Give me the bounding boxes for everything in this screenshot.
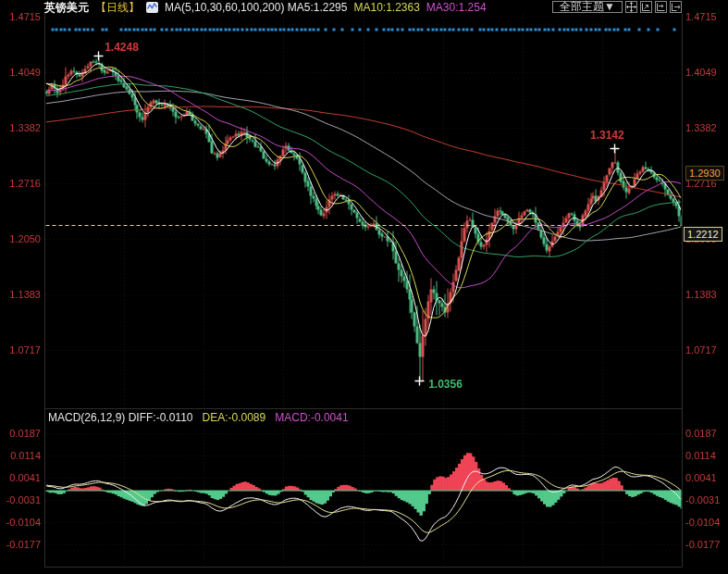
main-chart-canvas[interactable] — [0, 0, 728, 574]
macd-title-diff-label: MACD(26,12,9) DIFF:-0.0110 — [48, 411, 193, 424]
axis-label-left: 1.3382 — [0, 122, 41, 133]
axis-label-left: 1.4715 — [0, 11, 41, 22]
axis-label-right: 1.1383 — [685, 289, 717, 300]
macd-dea-label: DEA:-0.0089 — [203, 411, 266, 424]
axis-label-left: -0.0031 — [0, 494, 41, 505]
crosshair-move-icon[interactable] — [625, 1, 637, 13]
macd-header: MACD(26,12,9) DIFF:-0.0110 DEA:-0.0089 M… — [48, 411, 349, 424]
swing-high-annotation: 1.3142 — [590, 129, 624, 142]
axis-label-right: -0.0177 — [685, 539, 720, 550]
axis-label-left: 1.2716 — [0, 178, 41, 189]
axis-label-right: 0.0114 — [685, 450, 716, 461]
pop-out-icon[interactable] — [670, 1, 682, 13]
timeframe-label[interactable]: 【日线】 — [95, 1, 140, 14]
trading-app-window: 英镑美元 【日线】 MA(5,10,30,60,100,200) MA5:1.2… — [0, 0, 728, 574]
restore-pane-icon[interactable] — [640, 1, 652, 13]
axis-label-right: 1.3382 — [685, 122, 717, 133]
axis-label-left: 0.0041 — [0, 472, 41, 483]
axis-label-right: 1.4715 — [685, 11, 717, 22]
chart-type-icon[interactable] — [146, 2, 158, 13]
axis-label-left: 0.0187 — [0, 428, 41, 439]
chart-header: 英镑美元 【日线】 MA(5,10,30,60,100,200) MA5:1.2… — [44, 0, 487, 14]
last-price-box: 1.2212 — [684, 227, 722, 242]
axis-label-left: 1.1383 — [0, 289, 41, 300]
axis-label-right: -0.0031 — [685, 494, 720, 505]
ma10-label: MA10:1.2363 — [353, 1, 419, 14]
next-pane-icon[interactable] — [655, 1, 667, 13]
axis-label-left: 1.0717 — [0, 344, 41, 356]
axis-label-left: -0.0177 — [0, 539, 41, 550]
instrument-title: 英镑美元 — [44, 1, 89, 14]
theme-dropdown-button[interactable]: 全部主题▼ — [552, 1, 623, 13]
axis-label-right: 0.0041 — [685, 472, 717, 483]
ma30-label: MA30:1.254 — [426, 1, 487, 14]
axis-label-left: 1.4049 — [0, 67, 41, 78]
axis-label-left: -0.0104 — [0, 517, 41, 528]
low-price-annotation: 1.0356 — [428, 378, 463, 391]
macd-macd-label: MACD:-0.0041 — [275, 411, 348, 424]
high-price-annotation: 1.4248 — [105, 41, 139, 54]
axis-label-left: 0.0114 — [0, 450, 41, 461]
ma-settings-ma5-label: MA(5,10,30,60,100,200) MA5:1.2295 — [165, 1, 347, 14]
axis-label-right: 1.0717 — [685, 344, 717, 356]
axis-label-right: 1.4049 — [685, 67, 717, 78]
axis-label-right: 0.0187 — [685, 428, 717, 439]
axis-label-right: -0.0104 — [685, 517, 720, 528]
reference-price-box: 1.2930 — [685, 166, 724, 181]
chart-toolbar: 全部主题▼ — [552, 1, 682, 13]
axis-label-left: 1.2050 — [0, 233, 41, 244]
